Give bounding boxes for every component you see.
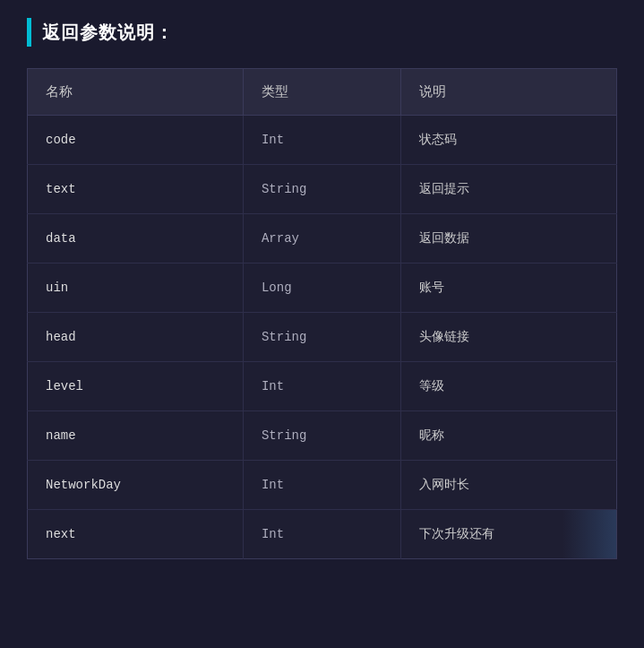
table-row: levelInt等级 xyxy=(28,362,617,411)
cell-type: Array xyxy=(243,214,400,264)
cell-name: data xyxy=(28,214,244,264)
cell-type: Int xyxy=(243,362,400,411)
cell-type: Int xyxy=(243,461,400,510)
cell-type: String xyxy=(243,165,400,214)
col-header-name: 名称 xyxy=(28,69,244,116)
cell-desc: 状态码 xyxy=(401,116,617,165)
col-header-desc: 说明 xyxy=(401,69,617,116)
cell-type: String xyxy=(243,411,400,461)
cell-name: code xyxy=(28,116,244,165)
cell-type: Long xyxy=(243,264,400,313)
cell-name: NetworkDay xyxy=(28,461,244,510)
cell-desc: 入网时长 xyxy=(401,461,617,510)
table-row: NetworkDayInt入网时长 xyxy=(28,461,617,510)
section-indicator xyxy=(27,18,31,47)
params-table: 名称 类型 说明 codeInt状态码textString返回提示dataArr… xyxy=(27,68,617,559)
cell-name: next xyxy=(28,510,244,559)
table-row: headString头像链接 xyxy=(28,313,617,362)
cell-desc: 昵称 xyxy=(401,411,617,461)
table-row: dataArray返回数据 xyxy=(28,214,617,264)
table-row: uinLong账号 xyxy=(28,264,617,313)
cell-name: text xyxy=(28,165,244,214)
table-row: nameString昵称 xyxy=(28,411,617,461)
cell-desc: 头像链接 xyxy=(401,313,617,362)
cell-name: head xyxy=(28,313,244,362)
cell-type: Int xyxy=(243,510,400,559)
cell-name: level xyxy=(28,362,244,411)
table-header-row: 名称 类型 说明 xyxy=(28,69,617,116)
col-header-type: 类型 xyxy=(243,69,400,116)
table-row: textString返回提示 xyxy=(28,165,617,214)
cell-desc: 等级 xyxy=(401,362,617,411)
cell-name: uin xyxy=(28,264,244,313)
table-row: codeInt状态码 xyxy=(28,116,617,165)
section-title: 返回参数说明： xyxy=(42,21,174,45)
cell-name: name xyxy=(28,411,244,461)
table-row: nextInt下次升级还有 xyxy=(28,510,617,559)
cell-type: Int xyxy=(243,116,400,165)
section-header: 返回参数说明： xyxy=(27,18,617,47)
cell-desc: 账号 xyxy=(401,264,617,313)
cell-desc: 返回数据 xyxy=(401,214,617,264)
cell-desc: 返回提示 xyxy=(401,165,617,214)
cell-type: String xyxy=(243,313,400,362)
cell-desc: 下次升级还有 xyxy=(401,510,617,559)
